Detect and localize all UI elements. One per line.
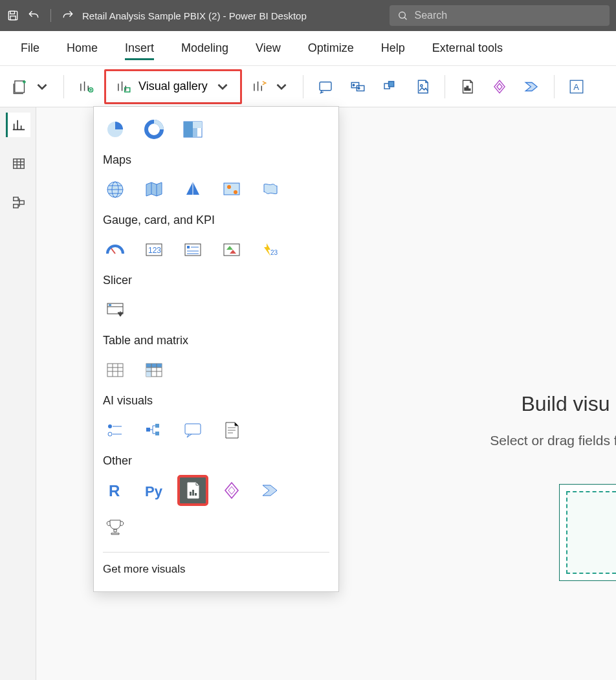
menu-home[interactable]: Home — [55, 34, 109, 63]
svg-rect-28 — [193, 122, 202, 128]
svg-point-33 — [227, 185, 231, 189]
toolbar-separator — [554, 75, 555, 98]
svg-rect-7 — [320, 82, 331, 90]
svg-rect-15 — [465, 87, 466, 90]
matrix-icon[interactable] — [140, 356, 168, 384]
menu-insert[interactable]: Insert — [113, 34, 166, 63]
svg-rect-13 — [388, 81, 393, 86]
svg-point-11 — [358, 87, 359, 89]
paginated-report-button[interactable] — [453, 72, 481, 101]
report-view-button[interactable] — [6, 113, 30, 137]
visual-gallery-popup: Maps Gauge, card, and KPI 123 23 — [93, 106, 339, 592]
menu-modeling[interactable]: Modeling — [170, 34, 240, 63]
r-script-visual-icon[interactable]: R — [102, 477, 129, 504]
svg-rect-20 — [14, 159, 25, 169]
more-visuals-button[interactable] — [246, 72, 295, 101]
svg-rect-27 — [184, 122, 193, 137]
shape-map-icon[interactable] — [257, 176, 284, 203]
canvas[interactable]: Maps Gauge, card, and KPI 123 23 — [36, 107, 616, 680]
svg-rect-38 — [187, 246, 190, 248]
svg-rect-51 — [155, 432, 159, 435]
new-page-button[interactable] — [6, 72, 56, 101]
menu-optimize[interactable]: Optimize — [296, 34, 366, 63]
buttons-button[interactable] — [344, 72, 372, 101]
visual-gallery-highlight: Visual gallery — [104, 69, 242, 104]
qat-separator — [50, 9, 51, 22]
save-icon[interactable] — [6, 9, 19, 22]
arcgis-map-icon[interactable] — [218, 176, 245, 203]
kpi-icon[interactable] — [218, 236, 245, 263]
ribbon-toolbar: Visual gallery A — [0, 66, 616, 107]
key-influencers-icon[interactable] — [102, 417, 129, 444]
gallery-divider — [103, 552, 329, 553]
menu-help[interactable]: Help — [369, 34, 417, 63]
redo-icon[interactable] — [61, 9, 74, 22]
svg-rect-52 — [185, 424, 201, 434]
svg-rect-17 — [468, 89, 470, 90]
paginated-report-visual-icon[interactable] — [179, 477, 206, 504]
decomposition-tree-icon[interactable] — [140, 417, 168, 444]
svg-rect-23 — [14, 204, 18, 208]
search-box[interactable] — [390, 5, 610, 26]
canvas-heading: Build visu — [436, 392, 616, 416]
category-ai: AI visuals — [103, 394, 329, 408]
svg-rect-2 — [10, 16, 16, 20]
visual-placeholder[interactable] — [559, 484, 616, 581]
trophy-visual-icon[interactable] — [102, 513, 129, 540]
search-input[interactable] — [414, 10, 602, 21]
svg-text:A: A — [573, 82, 579, 91]
new-visual-button[interactable] — [72, 72, 100, 101]
category-gauge: Gauge, card, and KPI — [103, 214, 329, 227]
view-rail — [0, 107, 36, 680]
menu-view[interactable]: View — [244, 34, 292, 63]
svg-text:Py: Py — [145, 483, 163, 499]
card-icon[interactable]: 123 — [140, 236, 168, 263]
sparkline-button[interactable]: A — [562, 72, 591, 101]
visual-gallery-button[interactable]: Visual gallery — [107, 72, 239, 101]
menu-external-tools[interactable]: External tools — [421, 34, 514, 63]
window-title: Retail Analysis Sample PBIX (2) - Power … — [82, 10, 307, 21]
power-apps-button[interactable] — [485, 72, 514, 101]
svg-point-14 — [420, 84, 422, 86]
donut-chart-icon[interactable] — [140, 116, 168, 143]
toolbar-separator — [445, 75, 445, 98]
svg-rect-50 — [155, 424, 159, 428]
qna-icon[interactable] — [179, 417, 206, 444]
visual-placeholder-inner — [566, 491, 616, 574]
canvas-placeholder-text: Build visu Select or drag fields from — [436, 392, 616, 448]
python-visual-icon[interactable]: Py — [140, 477, 168, 504]
text-box-button[interactable] — [311, 72, 340, 101]
svg-rect-57 — [192, 490, 194, 496]
svg-point-34 — [234, 190, 237, 194]
slicer-icon[interactable] — [102, 296, 129, 324]
image-button[interactable] — [408, 72, 437, 101]
smart-narrative-icon[interactable] — [218, 417, 245, 444]
svg-rect-21 — [14, 197, 18, 201]
table-view-button[interactable] — [6, 151, 30, 176]
shapes-button[interactable] — [376, 72, 404, 101]
map-icon[interactable] — [102, 176, 129, 203]
svg-text:123: 123 — [148, 246, 161, 255]
model-view-button[interactable] — [6, 190, 30, 215]
treemap-icon[interactable] — [179, 116, 206, 143]
svg-rect-46 — [146, 367, 151, 377]
table-icon[interactable] — [102, 356, 129, 384]
multi-row-card-icon[interactable] — [179, 236, 206, 263]
undo-icon[interactable] — [27, 9, 40, 22]
gauge-icon[interactable] — [102, 236, 129, 263]
chevron-down-icon — [214, 78, 231, 95]
svg-rect-45 — [146, 364, 162, 367]
power-automate-button[interactable] — [518, 72, 546, 101]
power-automate-visual-icon[interactable] — [257, 477, 284, 504]
svg-point-3 — [399, 12, 406, 19]
filled-map-icon[interactable] — [140, 176, 168, 203]
svg-point-48 — [108, 432, 112, 436]
category-table: Table and matrix — [103, 334, 329, 347]
pie-chart-icon[interactable] — [102, 116, 129, 143]
power-apps-visual-icon[interactable] — [218, 477, 245, 504]
menu-file[interactable]: File — [9, 34, 51, 63]
kpi-card-icon[interactable]: 23 — [257, 236, 284, 263]
get-more-visuals-link[interactable]: Get more visuals — [100, 560, 332, 578]
svg-rect-42 — [109, 304, 111, 306]
azure-map-icon[interactable] — [179, 176, 206, 203]
